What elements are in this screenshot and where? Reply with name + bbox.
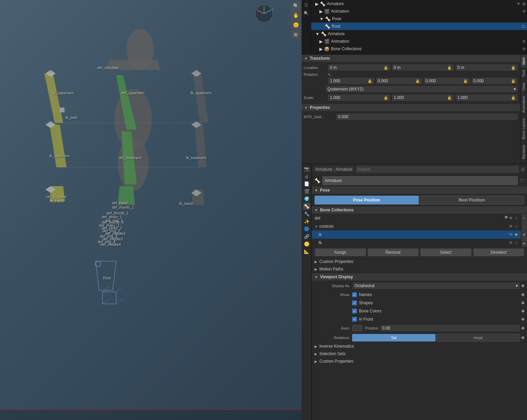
bonecolors-checkbox[interactable]: ✓ Bone Colors xyxy=(352,309,382,313)
deselect-btn[interactable]: Deselect xyxy=(473,248,525,256)
nav-armature-1[interactable]: Armature xyxy=(315,167,332,172)
nav-armature-2[interactable]: Armature xyxy=(335,167,352,172)
pose-position-btn[interactable]: Pose Position xyxy=(315,196,419,205)
props-options-icon[interactable]: ☰ xyxy=(521,167,525,172)
def-dot[interactable] xyxy=(505,216,508,219)
location-z[interactable]: 0 m🔒 xyxy=(455,64,518,71)
names-checkbox[interactable]: ✓ Names xyxy=(352,292,372,297)
shapes-dot[interactable] xyxy=(522,302,524,304)
tail-btn[interactable]: Tail xyxy=(352,334,435,341)
coll-scroll-up-btn[interactable]: ▲ xyxy=(521,239,527,247)
bonecolors-dot[interactable] xyxy=(522,310,524,312)
infront-checkbox[interactable]: ✓ In Front xyxy=(352,317,373,322)
outliner-row-pose[interactable]: ▼ 🦴 Pose xyxy=(311,15,527,23)
object-data-icon[interactable]: 🦴 xyxy=(303,203,310,210)
grid-icon[interactable]: ⊞ xyxy=(291,30,300,39)
axes-toggle[interactable] xyxy=(352,325,362,331)
zoom-icon[interactable]: 🔍 xyxy=(291,1,300,10)
scale-y[interactable]: 1.000🔒 xyxy=(391,94,455,101)
location-x[interactable]: 0 m🔒 xyxy=(328,64,391,71)
tab-item[interactable]: Item xyxy=(521,55,527,67)
tab-bone-layers[interactable]: Bone Layers xyxy=(521,115,527,142)
face-icon[interactable]: 😊 xyxy=(291,20,300,29)
scale-z[interactable]: 1.000🔒 xyxy=(455,94,518,101)
ik-star[interactable]: ★ xyxy=(514,232,518,237)
outliner-row-mesharm[interactable]: ▶ 🔷 MESH_Arm 👁 🖥 xyxy=(311,53,527,54)
label-def-lowerarm: def_lowerarm xyxy=(119,156,142,160)
viewport[interactable]: Z 🔍 ✋ 😊 ⊞ xyxy=(0,0,302,420)
bone-coll-controls[interactable]: ▼ controls 👁 ☆ xyxy=(312,222,521,230)
display-as-dropdown[interactable]: Octahedral ▾ xyxy=(352,282,520,290)
object-props-icon[interactable]: 🟡 xyxy=(303,240,310,247)
location-y[interactable]: 0 m🔒 xyxy=(391,64,455,71)
scale-x[interactable]: 1.000🔒 xyxy=(328,94,391,101)
fk-eye[interactable]: 👁 xyxy=(509,240,513,245)
outliner-row-animation-2[interactable]: ▶ 🎬 Animation ⚙ xyxy=(311,38,527,45)
select-btn[interactable]: Select xyxy=(420,248,472,256)
ik-eye[interactable]: 👁 xyxy=(509,232,513,237)
custom-props-section[interactable]: ▶ Custom Properties xyxy=(312,258,527,265)
display-as-dot[interactable] xyxy=(522,284,524,287)
constraints-icon[interactable]: 🔗 xyxy=(303,233,310,240)
bone-coll-ik[interactable]: ik 👁 ★ xyxy=(312,230,521,239)
physics-icon[interactable]: 🔵 xyxy=(303,225,310,232)
infront-dot[interactable] xyxy=(522,318,524,321)
ikfk-value[interactable]: 0.000 xyxy=(336,113,518,121)
rotation-z[interactable]: 0.000🔒 xyxy=(471,77,518,85)
coll-add-btn[interactable]: + xyxy=(521,214,527,222)
outliner-row-root[interactable]: 🦴 Root 31 xyxy=(311,23,527,30)
bone-coll-fk[interactable]: fk 👁 ☆ xyxy=(312,239,521,247)
view-layer-icon[interactable]: 📑 xyxy=(303,180,310,187)
selection-sets-section[interactable]: ▶ Selection Sets xyxy=(312,350,527,358)
rest-position-btn[interactable]: Rest Position xyxy=(419,196,524,205)
world-icon[interactable]: 🌍 xyxy=(303,195,310,202)
eye-icon-1[interactable]: 👁 xyxy=(517,2,521,6)
tab-view[interactable]: View xyxy=(521,80,527,94)
tab-animation[interactable]: Animation xyxy=(521,93,527,115)
render-icon[interactable]: 📷 xyxy=(303,165,310,172)
rotation-y[interactable]: 0.000🔒 xyxy=(423,77,470,85)
def-star[interactable]: ☆ xyxy=(514,216,518,221)
fk-star[interactable]: ☆ xyxy=(514,240,518,245)
outliner-row-armature-2[interactable]: ▼ 🦴 Armature xyxy=(311,30,527,38)
hand-icon[interactable]: ✋ xyxy=(291,11,300,20)
armature-name-field[interactable]: Armature xyxy=(322,176,518,185)
screen-icon-1[interactable]: 🖥 xyxy=(522,2,526,6)
output-icon[interactable]: 🖨 xyxy=(303,173,310,180)
coll-remove-btn[interactable]: − xyxy=(521,222,527,230)
outliner-filter-icon[interactable]: ☰ xyxy=(303,1,310,9)
bone-coll-def[interactable]: def 👁 ☆ xyxy=(312,214,521,222)
remove-btn[interactable]: Remove xyxy=(367,248,419,256)
position-value[interactable]: 0.00 xyxy=(380,324,520,332)
axes-dot[interactable] xyxy=(522,327,524,330)
tab-rename[interactable]: Rename xyxy=(521,142,527,162)
outliner-row-bonecoll[interactable]: ▶ 📦 Bone Collections ⚙ xyxy=(311,45,527,53)
def-eye[interactable]: 👁 xyxy=(509,216,513,221)
controls-star[interactable]: ☆ xyxy=(514,224,518,229)
assign-btn[interactable]: Assign xyxy=(315,248,366,256)
mesh-icon[interactable]: 📐 xyxy=(303,248,310,255)
particles-icon[interactable]: ✨ xyxy=(303,218,310,225)
scene-icon[interactable]: 🎬 xyxy=(303,188,310,195)
pose-section-header[interactable]: ▼ Pose xyxy=(312,186,527,194)
props-search-input[interactable] xyxy=(355,165,519,173)
outliner-row-animation-1[interactable]: ▶ 🎬 Animation ⚙ xyxy=(311,8,527,15)
coll-scroll-down-btn[interactable]: ▼ xyxy=(521,230,527,239)
armature-icon-1: ▶ xyxy=(315,1,319,6)
outliner-search-icon[interactable]: 🔍 xyxy=(303,10,310,17)
motion-paths-section[interactable]: ▶ Motion Paths xyxy=(312,265,527,273)
relations-dot[interactable] xyxy=(522,336,524,339)
rotation-w[interactable]: 1.000🔒 xyxy=(328,77,375,85)
armature-options-icon[interactable]: 🛡 xyxy=(520,178,524,183)
rotation-x[interactable]: 0.000🔒 xyxy=(375,77,422,85)
rotation-mode-dropdown[interactable]: Quaternion (WXYZ) ▾ xyxy=(325,85,518,93)
tab-tool[interactable]: Tool xyxy=(521,67,527,80)
custom-properties-bottom-section[interactable]: ▶ Custom Properties xyxy=(312,358,527,365)
inverse-kinematics-section[interactable]: ▶ Inverse Kinematics xyxy=(312,342,527,350)
outliner-row-armature-1[interactable]: ▶ 🦴 Armature 👁 🖥 xyxy=(311,0,527,8)
shapes-checkbox[interactable]: ✓ Shapes xyxy=(352,300,373,305)
controls-eye[interactable]: 👁 xyxy=(509,224,513,229)
modifier-icon[interactable]: 🔧 xyxy=(303,210,310,217)
names-dot[interactable] xyxy=(522,293,524,296)
head-btn[interactable]: Head xyxy=(436,334,520,341)
